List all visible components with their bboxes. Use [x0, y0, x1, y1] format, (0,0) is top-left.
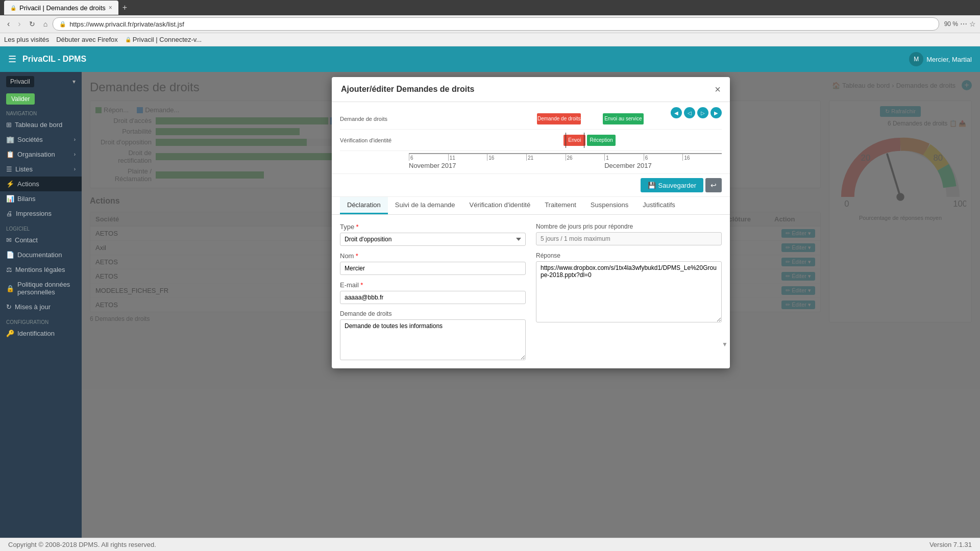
- tick-8: 16: [682, 154, 722, 161]
- save-icon: 💾: [648, 182, 656, 189]
- bookmark-privacil[interactable]: 🔒 Privacil | Connectez-v...: [125, 36, 202, 43]
- save-label: Sauvegarder: [658, 182, 696, 189]
- sidebar-item-label: Politique données personnelles: [17, 281, 76, 296]
- gantt-section: ◀ ◁ ▷ ▶ Demande de droits Dema: [332, 102, 730, 174]
- chevron-right-icon: ›: [74, 166, 76, 172]
- tab-favicon: 🔒: [10, 5, 16, 11]
- tick-5: 26: [566, 154, 605, 161]
- extensions-button[interactable]: ⋯: [960, 20, 967, 28]
- sidebar-item-label: Actions: [17, 180, 39, 188]
- home-button[interactable]: ⌂: [40, 19, 51, 29]
- sidebar-brand-button[interactable]: Privacil: [6, 76, 34, 87]
- sidebar-item-politique[interactable]: 🔒 Politique données personnelles: [0, 277, 82, 299]
- nom-input[interactable]: [340, 262, 526, 275]
- url-bar[interactable]: 🔒 https://www.privacil.fr/private/ask/li…: [53, 17, 939, 31]
- tick-6: 1: [604, 154, 644, 161]
- sidebar-item-mentions[interactable]: ⚖ Mentions légales: [0, 262, 82, 277]
- identification-icon: 🔑: [6, 330, 14, 337]
- bookmark-visites[interactable]: Les plus visités: [4, 36, 49, 43]
- validate-button[interactable]: Valider: [6, 93, 35, 105]
- hamburger-icon[interactable]: ☰: [8, 54, 16, 65]
- tab-traitement[interactable]: Traitement: [537, 197, 583, 214]
- modal-body[interactable]: ◀ ◁ ▷ ▶ Demande de droits Dema: [332, 102, 730, 368]
- tick-3: 16: [487, 154, 526, 161]
- type-select[interactable]: Droit d'opposition Droit d'accès Portabi…: [340, 233, 526, 246]
- politique-icon: 🔒: [6, 285, 14, 292]
- app-logo: PrivaCIL - DPMS: [22, 55, 909, 64]
- back-button-modal[interactable]: ↩: [705, 178, 722, 192]
- actions-icon: ⚡: [6, 180, 14, 188]
- sidebar-item-actions[interactable]: ⚡ Actions: [0, 177, 82, 191]
- tick-7: 6: [644, 154, 683, 161]
- modal-close-button[interactable]: ×: [715, 84, 721, 94]
- sidebar-item-listes[interactable]: ☰ Listes ›: [0, 162, 82, 177]
- listes-icon: ☰: [6, 165, 12, 173]
- sidebar-item-contact[interactable]: ✉ Contact: [0, 233, 82, 247]
- url-text: https://www.privacil.fr/private/ask/list…: [69, 20, 184, 28]
- gantt-bar-envoi-service: Envoi au service: [603, 113, 644, 124]
- configuration-section-label: Configuration: [0, 316, 82, 326]
- save-button[interactable]: 💾 Sauvegarder: [641, 178, 703, 192]
- demande-field-group: Demande de droits: [340, 310, 526, 360]
- gantt-row-label-2: Vérification d'identité: [340, 137, 409, 143]
- scroll-down-indicator: ▼: [722, 341, 728, 348]
- tick-1: 6: [409, 154, 448, 161]
- chevron-right-icon: ›: [74, 152, 76, 157]
- sidebar-item-label: Impressions: [16, 210, 52, 217]
- browser-nav-bar: ‹ › ↻ ⌂ 🔒 https://www.privacil.fr/privat…: [0, 15, 980, 33]
- reload-button[interactable]: ↻: [26, 19, 38, 29]
- browser-chrome: 🔒 Privacil | Demandes de droits × +: [0, 0, 980, 15]
- demande-textarea[interactable]: [340, 319, 526, 360]
- contact-icon: ✉: [6, 236, 12, 244]
- logiciel-section-label: Logiciel: [0, 223, 82, 233]
- month-dec: December 2017: [604, 162, 722, 169]
- tick-2: 11: [448, 154, 487, 161]
- sidebar-item-label: Sociétés: [17, 136, 43, 143]
- sidebar-item-label: Bilans: [17, 195, 35, 203]
- sidebar-item-societes[interactable]: 🏢 Sociétés ›: [0, 132, 82, 147]
- type-field-group: Type * Droit d'opposition Droit d'accès …: [340, 223, 526, 246]
- sidebar-item-organisation[interactable]: 📋 Organisation ›: [0, 147, 82, 162]
- email-field-group: E-mail *: [340, 281, 526, 304]
- nav-section-label: Navigation: [0, 109, 82, 117]
- tableau-bord-icon: ⊞: [6, 121, 12, 129]
- sidebar-item-documentation[interactable]: 📄 Documentation: [0, 247, 82, 262]
- tab-justificatifs[interactable]: Justificatifs: [635, 197, 682, 214]
- user-menu[interactable]: M Mercier, Martial: [909, 52, 972, 66]
- sidebar-item-identification[interactable]: 🔑 Identification: [0, 326, 82, 341]
- new-tab-button[interactable]: +: [122, 3, 127, 12]
- modal-title: Ajouter/éditer Demandes de droits: [341, 85, 474, 94]
- modal-header: Ajouter/éditer Demandes de droits ×: [332, 77, 730, 102]
- sidebar-item-label: Identification: [17, 330, 55, 337]
- reponse-textarea[interactable]: [536, 261, 722, 322]
- gantt-bar-envoi: Envoi: [564, 135, 585, 146]
- tab-verification[interactable]: Vérification d'identité: [462, 197, 538, 214]
- tab-suspensions[interactable]: Suspensions: [583, 197, 635, 214]
- type-label: Type *: [340, 223, 526, 231]
- jours-label: Nombre de jours pris pour répondre: [536, 223, 722, 230]
- copyright-text: Copyright © 2008-2018 DPMS. All rights r…: [8, 541, 156, 548]
- jours-input[interactable]: [536, 232, 722, 245]
- tab-suivi[interactable]: Suivi de la demande: [388, 197, 462, 214]
- user-name: Mercier, Martial: [926, 56, 972, 63]
- documentation-icon: 📄: [6, 251, 14, 259]
- sidebar-item-mises-a-jour[interactable]: ↻ Mises à jour: [0, 299, 82, 314]
- email-input[interactable]: [340, 291, 526, 304]
- sidebar-item-label: Contact: [15, 236, 38, 244]
- sidebar-item-bilans[interactable]: 📊 Bilans: [0, 191, 82, 206]
- tab-close-icon[interactable]: ×: [109, 4, 112, 11]
- browser-tab[interactable]: 🔒 Privacil | Demandes de droits ×: [4, 1, 118, 15]
- societes-icon: 🏢: [6, 136, 14, 143]
- tab-declaration[interactable]: Déclaration: [340, 197, 388, 214]
- sidebar-item-label: Listes: [15, 165, 33, 173]
- bookmark-firefox[interactable]: Débuter avec Firefox: [56, 36, 118, 43]
- bookmark-button[interactable]: ☆: [969, 20, 976, 28]
- back-button[interactable]: ‹: [4, 18, 13, 30]
- reponse-field-group: Réponse: [536, 252, 722, 360]
- reponse-label: Réponse: [536, 252, 722, 259]
- forward-button[interactable]: ›: [15, 18, 23, 30]
- modal-overlay: Ajouter/éditer Demandes de droits × ◀ ◁ …: [82, 72, 980, 538]
- sidebar-item-tableau-de-bord[interactable]: ⊞ Tableau de bord: [0, 117, 82, 132]
- sidebar-item-label: Documentation: [17, 251, 62, 259]
- sidebar-item-impressions[interactable]: 🖨 Impressions: [0, 206, 82, 221]
